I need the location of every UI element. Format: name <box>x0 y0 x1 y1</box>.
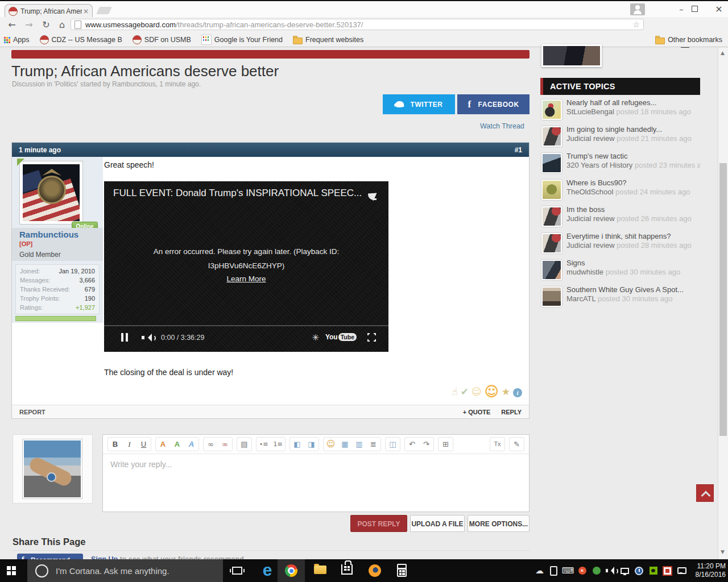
cortana-search[interactable]: I'm Cortana. Ask me anything. <box>27 559 223 582</box>
funny-smiley-icon[interactable]: ☺ <box>471 386 482 397</box>
minimize-button[interactable]: – <box>671 2 692 16</box>
firefox-icon[interactable] <box>369 564 381 577</box>
scrollbar-up-icon[interactable]: ▲ <box>721 50 725 56</box>
onedrive-cloud-icon[interactable]: ☁ <box>535 566 544 576</box>
forward-icon[interactable]: → <box>22 17 36 33</box>
twitter-share-button[interactable]: TWITTER <box>383 94 455 114</box>
remove-formatting-button[interactable]: Tx <box>490 438 504 451</box>
bold-button[interactable]: B <box>108 438 122 451</box>
agree-check-icon[interactable]: ✔ <box>461 386 469 397</box>
post-number[interactable]: #1 <box>515 146 522 154</box>
bookmark-google-friend[interactable]: Google is Your Friend <box>201 35 283 45</box>
undo-button[interactable]: ↶ <box>405 438 419 451</box>
youtube-player[interactable]: FULL EVENT: Donald Trump's INSPIRATIONAL… <box>104 181 388 352</box>
reload-icon[interactable]: ↻ <box>39 17 53 33</box>
font-size-button[interactable]: A <box>170 438 184 451</box>
close-button[interactable]: × <box>709 2 728 16</box>
underline-button[interactable]: U <box>136 438 151 451</box>
back-icon[interactable]: ← <box>5 17 19 33</box>
unlink-button[interactable]: ∞ <box>218 438 232 451</box>
topic-avatar[interactable] <box>541 126 562 147</box>
usb-device-icon[interactable] <box>550 566 557 576</box>
topic-title[interactable]: Where is Bucs90? <box>566 178 700 187</box>
topic-title[interactable]: Everytime i think, shit happens? <box>566 232 700 240</box>
topic-author[interactable]: Judicial review <box>566 214 615 223</box>
topic-author[interactable]: 320 Years of History <box>566 161 632 169</box>
video-progress-bar[interactable] <box>104 325 388 326</box>
reply-link[interactable]: REPLY <box>501 409 522 415</box>
edge-icon[interactable]: e <box>257 560 278 581</box>
insert-media-button[interactable]: ▤ <box>237 438 251 451</box>
topic-title[interactable]: Nearly half of all refugees... <box>566 98 700 107</box>
redo-button[interactable]: ↷ <box>419 438 433 451</box>
tray-utility-icon[interactable] <box>663 566 672 576</box>
antivirus-icon[interactable]: × <box>578 567 586 575</box>
winner-icon[interactable]: ☺ <box>485 386 499 397</box>
scroll-to-top-button[interactable] <box>696 484 714 502</box>
browser-tab[interactable]: Trump; African Americans × <box>5 4 93 18</box>
other-bookmarks[interactable]: Other bookmarks <box>655 36 722 44</box>
topic-avatar[interactable] <box>541 286 562 307</box>
thumbs-up-icon[interactable]: ☝ <box>452 386 457 397</box>
info-icon[interactable]: i <box>513 388 522 397</box>
bookmark-frequent[interactable]: Frequent websites <box>293 36 363 44</box>
topic-title[interactable]: Trump's new tactic <box>566 152 700 160</box>
topic-avatar[interactable] <box>541 153 562 173</box>
topic-title[interactable]: Southern White Guy Gives A Spot... <box>566 285 700 294</box>
topic-avatar[interactable] <box>541 99 562 120</box>
insert-video-button[interactable]: ▥ <box>352 438 366 451</box>
report-link[interactable]: REPORT <box>19 409 46 415</box>
topic-avatar[interactable] <box>541 206 562 227</box>
tray-clock-icon[interactable] <box>635 567 643 575</box>
action-center-icon[interactable] <box>677 567 686 574</box>
nvidia-icon[interactable] <box>650 567 657 575</box>
chrome-taskbar-button[interactable] <box>278 559 305 582</box>
font-family-button[interactable]: A <box>184 438 198 451</box>
topic-avatar[interactable] <box>541 233 562 253</box>
numbered-list-button[interactable]: 1≡ <box>271 438 285 451</box>
quote-link[interactable]: + QUOTE <box>463 409 491 415</box>
reply-editor[interactable]: B I U A A A ∞ ∞ ▤ •≡ 1≡ ◧ ◨ <box>102 434 530 512</box>
bullet-list-button[interactable]: •≡ <box>257 438 271 451</box>
insert-link-button[interactable]: ∞ <box>204 438 218 451</box>
windows-store-icon[interactable] <box>341 564 353 575</box>
bookmark-apps[interactable]: Apps <box>3 36 30 44</box>
topic-title[interactable]: Signs <box>566 259 700 267</box>
reply-textarea[interactable]: Write your reply... <box>103 454 529 475</box>
alignment-button[interactable]: ≣ <box>366 438 380 451</box>
medal-icon[interactable]: ★ <box>502 386 510 397</box>
topic-author[interactable]: mudwhistle <box>566 268 603 276</box>
topic-author[interactable]: Judicial review <box>566 241 615 250</box>
topic-title[interactable]: Im the boss <box>566 205 700 214</box>
user-avatar[interactable] <box>19 161 83 225</box>
taskbar-clock[interactable]: 11:20 PM 8/16/2016 <box>686 562 726 579</box>
task-view-icon[interactable] <box>232 567 242 575</box>
bookmark-cdz[interactable]: CDZ -- US Message B <box>40 35 122 44</box>
indent-button[interactable]: ◨ <box>304 438 318 451</box>
video-share-icon[interactable] <box>368 189 382 199</box>
video-title[interactable]: FULL EVENT: Donald Trump's INSPIRATIONAL… <box>113 188 363 199</box>
watch-thread-link[interactable]: Watch Thread <box>480 122 524 130</box>
tab-close-icon[interactable]: × <box>83 8 89 15</box>
network-icon[interactable] <box>621 568 629 574</box>
drafts-button[interactable]: ◫ <box>386 438 400 451</box>
topic-author[interactable]: StLucieBengal <box>566 107 614 116</box>
pause-icon[interactable] <box>121 333 129 342</box>
post-reply-button[interactable]: POST REPLY <box>350 515 407 532</box>
upload-file-button[interactable]: UPLOAD A FILE <box>410 515 465 532</box>
topic-author[interactable]: TheOldSchool <box>566 188 613 196</box>
calculator-icon[interactable] <box>397 564 407 577</box>
topic-author[interactable]: Judicial review <box>566 134 615 143</box>
topic-title[interactable]: Im going to single handedly... <box>566 125 700 134</box>
reply-avatar[interactable] <box>22 439 82 499</box>
username-link[interactable]: Rambunctious <box>19 230 78 239</box>
bookmark-sdf[interactable]: SDF on USMB <box>133 35 191 44</box>
facebook-share-button[interactable]: f FACEBOOK <box>457 94 530 114</box>
speaker-icon[interactable] <box>606 567 616 575</box>
scrollbar-thumb[interactable] <box>719 163 727 436</box>
text-color-button[interactable]: A <box>156 438 170 451</box>
topic-author[interactable]: MarcATL <box>566 294 595 303</box>
sidebar-top-image[interactable] <box>541 44 602 67</box>
smilies-button[interactable]: ☺ <box>324 438 338 451</box>
video-settings-icon[interactable]: ✳ <box>312 332 319 343</box>
